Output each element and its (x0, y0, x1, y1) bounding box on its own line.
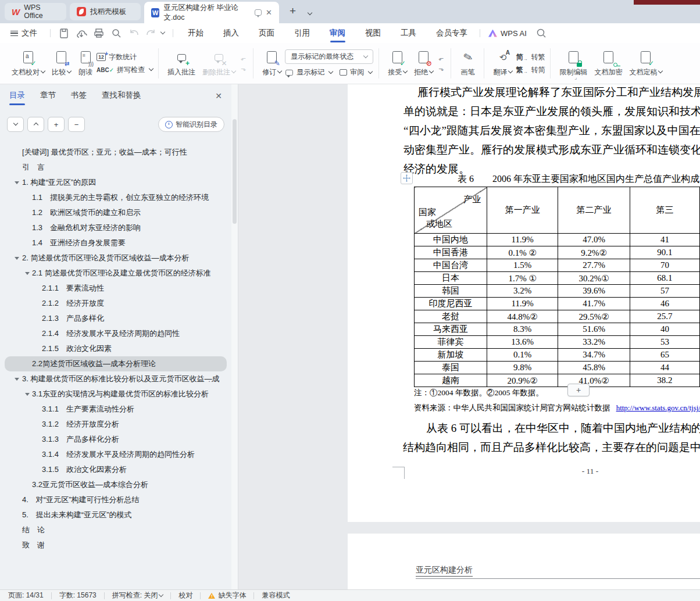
table-cell[interactable]: 25.7 (630, 310, 699, 323)
outline-item[interactable]: 2.1.3 产品多样化 (0, 311, 231, 326)
running-header[interactable]: 亚元区构建分析 (416, 565, 473, 577)
table-column-header[interactable]: 第一产业 (487, 187, 558, 234)
table-cell[interactable]: 57 (630, 285, 699, 298)
outline-item[interactable]: 2.1.2 经济开放度 (0, 296, 231, 311)
table-cell[interactable]: 中国台湾 (415, 259, 487, 272)
menu-tab-插入[interactable]: 插入 (213, 23, 249, 43)
export-icon[interactable] (76, 27, 87, 39)
quick-toolbar-chevron-icon[interactable] (160, 30, 165, 34)
sidebar-tab-bookmarks[interactable]: 书签 (71, 90, 87, 105)
table-cell[interactable]: 11.9% (487, 298, 558, 310)
outline-item[interactable]: 2.1.4 经济发展水平及经济周期的趋同性 (0, 326, 231, 341)
sidebar-tab-find-replace[interactable]: 查找和替换 (102, 90, 141, 105)
table-cell[interactable]: 29.5%② (558, 310, 630, 323)
insert-comment-button[interactable]: + 插入批注 (164, 50, 199, 77)
menu-tab-会员专享[interactable]: 会员专享 (426, 23, 477, 43)
print-icon[interactable] (93, 27, 105, 39)
outline-item[interactable]: 3.1东亚的实现情况与构建最优货币区的标准比较分析 (0, 387, 231, 402)
new-tab-button[interactable]: + (290, 5, 296, 17)
table-cell[interactable]: 38.2 (630, 374, 699, 387)
gdp-composition-table[interactable]: 产业国家或地区第一产业第二产业第三中国内地11.9%47.0%41中国香港0.1… (414, 187, 700, 387)
table-cell[interactable]: 41.7% (558, 298, 630, 310)
outline-item[interactable]: 引 言 (0, 160, 231, 175)
table-cell[interactable]: 70 (630, 259, 699, 272)
word-count-button[interactable]: 12+ 字数统计 (97, 52, 153, 62)
outline-item[interactable]: 2.1.1 要素流动性 (0, 281, 231, 296)
spell-check-button[interactable]: ABC✓ 拼写检查 (97, 65, 153, 75)
outline-item[interactable]: [关键词] 最优货币区；亚元；收益—成本；可行性 (0, 145, 231, 160)
outline-item[interactable]: 3.1.2 经济开放度分析 (0, 417, 231, 432)
table-cell[interactable]: 日本 (415, 272, 487, 285)
comment-bubble-icon[interactable] (255, 9, 262, 16)
outline-item[interactable]: 2. 简述最优货币区理论及货币区域收益—成本分析 (0, 251, 231, 266)
table-cell[interactable]: 1.5% (487, 259, 558, 272)
status-page-indicator[interactable]: 页面: 14/31 (8, 591, 44, 600)
table-source[interactable]: 资料来源：中华人民共和国国家统计局官方网站统计数据 http://www.sta… (414, 403, 700, 413)
table-cell[interactable]: 3.2% (487, 285, 558, 298)
table-cell[interactable]: 47.0% (558, 234, 630, 246)
tab-wps-home[interactable]: W WPS Office (5, 3, 66, 20)
table-cell[interactable]: 44 (630, 362, 699, 374)
dialog-launcher-icon[interactable]: ⌟ (574, 74, 577, 80)
table-cell[interactable]: 0.1% ② (487, 246, 558, 259)
close-tab-icon[interactable]: ✕ (266, 9, 272, 16)
outline-item[interactable]: 3.1.1 生产要素流动性分析 (0, 402, 231, 417)
markup-state-dropdown[interactable]: 显示标记的最终状态 (285, 49, 373, 64)
expand-all-button[interactable]: + (48, 117, 65, 132)
doc-proof-button[interactable]: a✓ 文档校对 (8, 50, 48, 77)
outline-item[interactable]: 2.2简述货币区域收益—成本分析理论 (5, 356, 227, 371)
table-cell[interactable]: 68.1 (630, 272, 699, 285)
table-cell[interactable]: 9.2%② (558, 246, 630, 259)
document-text-line[interactable]: 雁行模式产业发展理论解释了东亚国际分工和产业结构发展变化的 (417, 85, 700, 99)
outline-item[interactable]: 3.1.3 产品多样化分析 (0, 432, 231, 447)
document-text-line[interactable]: 动密集型产业。雁行的发展模式形成东亚产业循环和连锁变化的机制， (403, 143, 700, 157)
previous-change-icon[interactable]: ⬐ (437, 55, 445, 62)
table-cell[interactable]: 印度尼西亚 (415, 298, 487, 310)
outline-item[interactable]: 结 论 (0, 523, 231, 538)
document-text-line[interactable]: 单的说就是：日本是东亚产业发展的领头雁，发展知识和技术密集型产 (403, 105, 700, 119)
restrict-editing-button[interactable]: 限制编辑 (556, 50, 591, 77)
table-cell[interactable]: 65 (630, 349, 699, 362)
table-cell[interactable]: 11.9% (487, 234, 558, 246)
menu-tab-开始[interactable]: 开始 (178, 23, 213, 43)
collapse-arrow-icon[interactable] (25, 393, 30, 396)
menu-tab-审阅[interactable]: 审阅 (320, 23, 355, 43)
table-cell[interactable]: 45.8% (558, 362, 630, 374)
sidebar-close-icon[interactable]: ✕ (215, 91, 222, 101)
table-note[interactable]: 注：①2004 年数据。②2005 年数据。 (414, 388, 544, 398)
menu-tab-引用[interactable]: 引用 (284, 23, 320, 43)
outline-item[interactable]: 1.2 欧洲区域货币的建立和启示 (0, 205, 231, 220)
redo-icon[interactable] (145, 27, 157, 39)
table-cell[interactable]: 20.9%② (487, 374, 558, 387)
show-markup-button[interactable]: 显示标记 (285, 67, 333, 77)
review-pane-button[interactable]: 审阅 (340, 67, 372, 77)
table-cell[interactable]: 8.3% (487, 323, 558, 336)
simplified-to-traditional-button[interactable]: 简转繁 (516, 52, 545, 62)
scrollbar-thumb[interactable] (233, 119, 237, 224)
document-page-12[interactable] (348, 534, 700, 589)
tab-docer-templates[interactable]: 找稻壳模板 (70, 3, 141, 20)
collapse-arrow-icon[interactable] (15, 378, 19, 381)
sidebar-scrollbar[interactable] (231, 84, 238, 589)
table-corner-cell[interactable]: 产业国家或地区 (415, 187, 487, 234)
status-word-count[interactable]: 字数: 15673 (59, 591, 97, 600)
read-aloud-button[interactable]: ≡))) 朗读 (74, 50, 97, 77)
delete-comment-button[interactable]: ✕ 删除批注 (199, 50, 239, 77)
previous-comment-icon[interactable]: ⬐ (239, 55, 248, 62)
ink-pen-button[interactable]: ✎ 画笔 (456, 50, 478, 77)
wps-ai-button[interactable]: WPS AI (483, 29, 533, 38)
document-text-line[interactable]: 结构趋向相同，而且产品多样化比较高，主要存在的问题是中国内地产 (403, 441, 700, 455)
search-icon[interactable] (535, 27, 547, 39)
sidebar-tab-chapters[interactable]: 章节 (40, 90, 56, 105)
stats-gov-link[interactable]: http://www.stats.gov.cn/tjsj/ (616, 403, 700, 412)
outline-item[interactable]: 3.1.4 经济发展水平及经济周期的趋同性分析 (0, 447, 231, 462)
collapse-arrow-icon[interactable] (25, 272, 30, 275)
table-cell[interactable]: 46 (630, 298, 699, 310)
outline-item[interactable]: 3.2亚元货币区收益—成本综合分析 (0, 477, 231, 492)
finalize-document-button[interactable]: ✓ 文档定稿 (626, 50, 666, 77)
reject-change-button[interactable]: ⊘ 拒绝 (410, 50, 437, 77)
find-icon[interactable] (110, 27, 122, 39)
outline-item[interactable]: 5. 提出未来构建“亚元区”的模式 (0, 507, 231, 523)
outline-item[interactable]: 1.1 摆脱美元的主导霸权，创立东亚独立的经济环境 (0, 190, 231, 205)
table-cell[interactable]: 27.7% (558, 259, 630, 272)
